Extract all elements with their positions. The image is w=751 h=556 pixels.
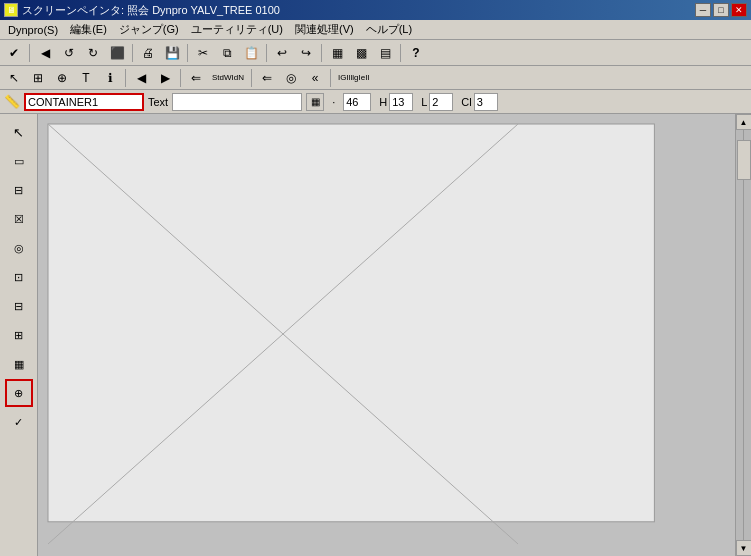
- element-text-input[interactable]: [172, 93, 302, 111]
- print-button[interactable]: 🖨: [137, 42, 159, 64]
- paste-button[interactable]: 📋: [240, 42, 262, 64]
- sep4: [330, 69, 331, 87]
- move-button[interactable]: ⊕: [51, 67, 73, 89]
- stop-button[interactable]: ⬛: [106, 42, 128, 64]
- app-icon: 🖥: [4, 3, 18, 17]
- layout3-button[interactable]: ▤: [374, 42, 396, 64]
- vertical-scrollbar[interactable]: ▲ ▼: [735, 114, 751, 556]
- undo-button[interactable]: ↩: [271, 42, 293, 64]
- help-button[interactable]: ?: [405, 42, 427, 64]
- maximize-button[interactable]: □: [713, 3, 729, 17]
- chart-tool[interactable]: ▦: [5, 350, 33, 378]
- main-area: ↖ ▭ ⊟ ☒ ◎ ⊡ ⊟ ⊞ ▦ ⊕ ✓ ▲ ▼: [0, 114, 751, 556]
- info-button[interactable]: ℹ: [99, 67, 121, 89]
- menu-edit[interactable]: 編集(E): [64, 20, 113, 39]
- sep3: [187, 44, 188, 62]
- element-name-input[interactable]: [24, 93, 144, 111]
- menu-related[interactable]: 関連処理(V): [289, 20, 360, 39]
- nav-right-button[interactable]: ▶: [154, 67, 176, 89]
- left-input[interactable]: [429, 93, 453, 111]
- height-field: H: [379, 93, 413, 111]
- scroll-up-button[interactable]: ▲: [736, 114, 752, 130]
- tabstrip-tool[interactable]: ⊟: [5, 292, 33, 320]
- sep1: [125, 69, 126, 87]
- save-button[interactable]: 💾: [161, 42, 183, 64]
- sep2: [132, 44, 133, 62]
- layout1-button[interactable]: ▦: [326, 42, 348, 64]
- dot2-button[interactable]: «: [304, 67, 326, 89]
- height-input[interactable]: [389, 93, 413, 111]
- canvas-area[interactable]: [38, 114, 735, 556]
- toolbar-2: ↖ ⊞ ⊕ T ℹ ◀ ▶ ⇐ StdWIdN ⇐ ◎ « IGIlllgIeI…: [0, 66, 751, 90]
- menu-jump[interactable]: ジャンプ(G): [113, 20, 185, 39]
- refresh2-button[interactable]: ↻: [82, 42, 104, 64]
- sep6: [400, 44, 401, 62]
- input-tool[interactable]: ⊟: [5, 176, 33, 204]
- arrow-back2-button[interactable]: ⇐: [256, 67, 278, 89]
- arrow-back-button[interactable]: ⇐: [185, 67, 207, 89]
- close-button[interactable]: ✕: [731, 3, 747, 17]
- scroll-thumb[interactable]: [737, 140, 751, 180]
- scroll-track[interactable]: [736, 130, 752, 540]
- grid1-button[interactable]: ⊞: [27, 67, 49, 89]
- frame-tool[interactable]: ▭: [5, 147, 33, 175]
- sep4: [266, 44, 267, 62]
- check-tool[interactable]: ✓: [5, 408, 33, 436]
- col2-label: Cl: [461, 96, 471, 108]
- nav-left-button[interactable]: ◀: [130, 67, 152, 89]
- redo-button[interactable]: ↪: [295, 42, 317, 64]
- scroll-track-line: [743, 130, 744, 540]
- cut-button[interactable]: ✂: [192, 42, 214, 64]
- menu-help[interactable]: ヘルプ(L): [360, 20, 418, 39]
- left-label: L: [421, 96, 427, 108]
- props-bar: 📏 Text ▦ · H L Cl: [0, 90, 751, 114]
- text-label: Text: [148, 96, 168, 108]
- refresh1-button[interactable]: ↺: [58, 42, 80, 64]
- pointer-tool[interactable]: ↖: [5, 118, 33, 146]
- scroll-down-button[interactable]: ▼: [736, 540, 752, 556]
- left-field: L: [421, 93, 453, 111]
- radio-tool[interactable]: ◎: [5, 234, 33, 262]
- subscreen-tool[interactable]: ⊡: [5, 263, 33, 291]
- stdwidn-button[interactable]: StdWIdN: [209, 67, 247, 89]
- copy-button[interactable]: ⧉: [216, 42, 238, 64]
- sep1: [29, 44, 30, 62]
- minimize-button[interactable]: ─: [695, 3, 711, 17]
- sep5: [321, 44, 322, 62]
- col-input[interactable]: [343, 93, 371, 111]
- table-tool[interactable]: ⊞: [5, 321, 33, 349]
- col-field: [343, 93, 371, 111]
- col2-field: Cl: [461, 93, 497, 111]
- tools-panel: ↖ ▭ ⊟ ☒ ◎ ⊡ ⊟ ⊞ ▦ ⊕ ✓: [0, 114, 38, 556]
- toolbar-1: ✔ ◀ ↺ ↻ ⬛ 🖨 💾 ✂ ⧉ 📋 ↩ ↪ ▦ ▩ ▤ ?: [0, 40, 751, 66]
- custom-tool[interactable]: ⊕: [5, 379, 33, 407]
- back-button[interactable]: ◀: [34, 42, 56, 64]
- check-button[interactable]: ✔: [3, 42, 25, 64]
- layout2-button[interactable]: ▩: [350, 42, 372, 64]
- menu-bar: Dynpro(S) 編集(E) ジャンプ(G) ユーティリティ(U) 関連処理(…: [0, 20, 751, 40]
- menu-utility[interactable]: ユーティリティ(U): [185, 20, 289, 39]
- col2-input[interactable]: [474, 93, 498, 111]
- ruler-icon: 📏: [4, 94, 20, 109]
- checkbox-tool[interactable]: ☒: [5, 205, 33, 233]
- text-button[interactable]: T: [75, 67, 97, 89]
- canvas-svg: [38, 114, 735, 556]
- menu-dynpro[interactable]: Dynpro(S): [2, 22, 64, 38]
- sep3: [251, 69, 252, 87]
- sep2: [180, 69, 181, 87]
- iglllgle-button[interactable]: IGIlllgIeII: [335, 67, 373, 89]
- height-label: H: [379, 96, 387, 108]
- window-title: スクリーンペインタ: 照会 Dynpro YALV_TREE 0100: [22, 3, 280, 18]
- dot-button[interactable]: ◎: [280, 67, 302, 89]
- title-bar: 🖥 スクリーンペインタ: 照会 Dynpro YALV_TREE 0100 ─ …: [0, 0, 751, 20]
- cursor-button[interactable]: ↖: [3, 67, 25, 89]
- text-icon-button[interactable]: ▦: [306, 93, 324, 111]
